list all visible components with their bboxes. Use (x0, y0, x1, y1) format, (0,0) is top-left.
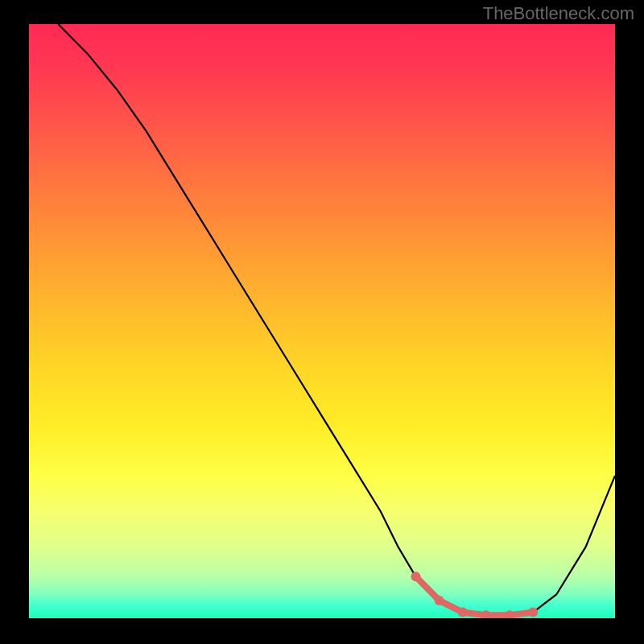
chart-svg (29, 24, 615, 618)
watermark-text: TheBottleneck.com (483, 3, 634, 24)
highlight-dot (411, 572, 421, 581)
chart-plot-area (29, 24, 615, 618)
curve-highlight (416, 576, 534, 615)
highlight-dot (435, 596, 444, 605)
curve-line (58, 24, 615, 615)
highlight-dot (528, 608, 538, 617)
highlight-dot (458, 608, 468, 617)
